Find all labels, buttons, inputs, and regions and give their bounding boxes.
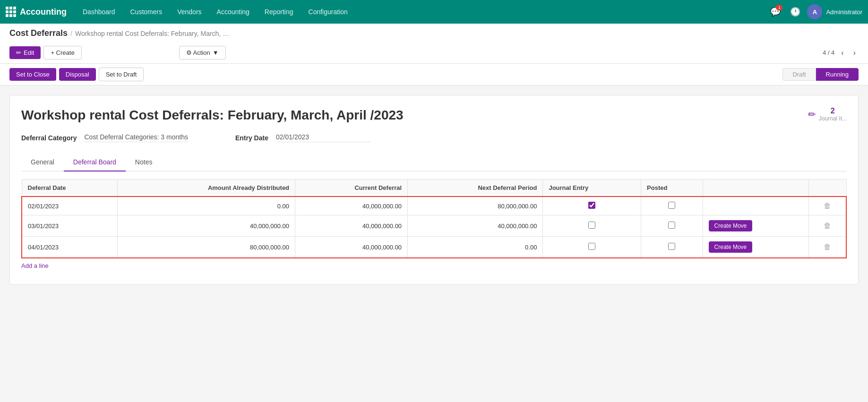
cell-posted-2[interactable]	[641, 215, 703, 237]
deferral-category-value[interactable]: Cost Deferral Categories: 3 months	[85, 133, 188, 142]
cell-next-1: 80,000,000.00	[408, 197, 543, 215]
user-name[interactable]: Administrator	[826, 9, 862, 16]
posted-checkbox-3[interactable]	[668, 243, 675, 250]
table-row: 03/01/2023 40,000,000.00 40,000,000.00 4…	[22, 215, 846, 237]
journal-badge[interactable]: ✏ 2 Journal It...	[808, 107, 847, 122]
tab-general[interactable]: General	[21, 154, 64, 171]
cell-create-move-3[interactable]: Create Move	[703, 237, 809, 258]
create-button[interactable]: + Create	[43, 46, 81, 60]
action-label: ⚙ Action	[186, 49, 210, 56]
pager-prev[interactable]: ‹	[838, 48, 846, 58]
content-area: ✏ 2 Journal It... Workshop rental Cost D…	[0, 86, 868, 294]
col-deferral-date: Deferral Date	[22, 180, 117, 197]
grid-icon	[6, 7, 16, 17]
clock-button[interactable]: 🕐	[787, 4, 803, 20]
cell-current-1: 40,000,000.00	[295, 197, 408, 215]
status-bar: Set to Close Disposal Set to Draft Draft…	[0, 64, 868, 86]
tabs: General Deferral Board Notes	[21, 154, 847, 171]
cell-amount-3: 80,000,000.00	[117, 237, 295, 258]
cell-journal-2[interactable]	[543, 215, 641, 237]
nav-dashboard[interactable]: Dashboard	[76, 0, 122, 24]
cell-create-move-2[interactable]: Create Move	[703, 215, 809, 237]
set-to-close-button[interactable]: Set to Close	[9, 68, 56, 81]
cell-journal-3[interactable]	[543, 237, 641, 258]
pager: 4 / 4 ‹ ›	[823, 48, 859, 58]
deferral-category-group: Deferral Category Cost Deferral Categori…	[21, 133, 188, 142]
cell-current-2: 40,000,000.00	[295, 215, 408, 237]
user-avatar[interactable]: A	[807, 4, 822, 19]
cell-posted-3[interactable]	[641, 237, 703, 258]
col-next-period: Next Deferral Period	[408, 180, 543, 197]
cell-amount-1: 0.00	[117, 197, 295, 215]
edit-label: Edit	[24, 49, 34, 56]
col-delete	[809, 180, 846, 197]
disposal-label: Disposal	[66, 71, 89, 78]
top-navigation: Accounting Dashboard Customers Vendors A…	[0, 0, 868, 24]
delete-icon-3[interactable]: 🗑	[824, 243, 831, 251]
cell-date-2: 03/01/2023	[22, 215, 117, 237]
delete-icon-2[interactable]: 🗑	[824, 222, 831, 230]
journal-label: Journal It...	[819, 115, 847, 122]
breadcrumb: Cost Deferrals / Workshop rental Cost De…	[9, 28, 859, 38]
tab-deferral-board[interactable]: Deferral Board	[64, 154, 126, 171]
cell-delete-2[interactable]: 🗑	[809, 215, 846, 237]
deferral-category-label: Deferral Category	[21, 134, 77, 142]
page-header: Cost Deferrals / Workshop rental Cost De…	[0, 24, 868, 64]
status-track: Draft Running	[782, 68, 859, 81]
col-journal-entry: Journal Entry	[543, 180, 641, 197]
pager-text: 4 / 4	[823, 49, 834, 56]
cell-delete-3[interactable]: 🗑	[809, 237, 846, 258]
entry-date-value[interactable]: 02/01/2023	[276, 133, 370, 142]
cell-amount-2: 40,000,000.00	[117, 215, 295, 237]
create-move-button-2[interactable]: Create Move	[709, 220, 753, 231]
cell-next-2: 40,000,000.00	[408, 215, 543, 237]
cell-date-3: 04/01/2023	[22, 237, 117, 258]
col-current-deferral: Current Deferral	[295, 180, 408, 197]
breadcrumb-main[interactable]: Cost Deferrals	[9, 28, 68, 38]
entry-date-group: Entry Date 02/01/2023	[235, 133, 370, 142]
nav-right-area: 💬 1 🕐 A Administrator	[767, 4, 862, 20]
col-amount-distributed: Amount Already Distributed	[117, 180, 295, 197]
journal-checkbox-2[interactable]	[588, 222, 595, 229]
table-row: 02/01/2023 0.00 40,000,000.00 80,000,000…	[22, 197, 846, 215]
pager-next[interactable]: ›	[851, 48, 859, 58]
set-to-draft-button[interactable]: Set to Draft	[99, 68, 144, 81]
tab-notes[interactable]: Notes	[126, 154, 162, 171]
nav-vendors[interactable]: Vendors	[171, 0, 208, 24]
app-name: Accounting	[20, 7, 67, 17]
nav-configuration[interactable]: Configuration	[302, 0, 354, 24]
journal-checkbox-3[interactable]	[588, 243, 595, 250]
status-draft: Draft	[782, 68, 816, 81]
app-brand[interactable]: Accounting	[6, 7, 67, 17]
posted-checkbox-1[interactable]	[668, 202, 675, 209]
cell-journal-1[interactable]	[543, 197, 641, 215]
fields-row: Deferral Category Cost Deferral Categori…	[21, 133, 847, 142]
add-line[interactable]: Add a line	[21, 258, 49, 273]
action-button[interactable]: ⚙ Action ▼	[179, 46, 226, 60]
journal-checkbox-1[interactable]	[588, 202, 595, 209]
messages-button[interactable]: 💬 1	[767, 4, 783, 20]
nav-customers[interactable]: Customers	[124, 0, 169, 24]
disposal-button[interactable]: Disposal	[59, 68, 96, 81]
cell-delete-1[interactable]: 🗑	[809, 197, 846, 215]
create-label: + Create	[51, 49, 74, 56]
col-posted: Posted	[641, 180, 703, 197]
deferral-table: Deferral Date Amount Already Distributed…	[21, 179, 847, 258]
action-dropdown-icon: ▼	[213, 49, 219, 56]
set-to-draft-label: Set to Draft	[106, 71, 137, 78]
col-actions	[703, 180, 809, 197]
nav-reporting[interactable]: Reporting	[258, 0, 300, 24]
journal-count: 2	[819, 107, 847, 115]
cell-create-move-1	[703, 197, 809, 215]
breadcrumb-separator: /	[70, 30, 72, 37]
nav-accounting[interactable]: Accounting	[210, 0, 256, 24]
status-running: Running	[816, 68, 859, 81]
posted-checkbox-2[interactable]	[668, 222, 675, 229]
breadcrumb-sub: Workshop rental Cost Deferrals: February…	[75, 30, 229, 37]
cell-next-3: 0.00	[408, 237, 543, 258]
cell-posted-1[interactable]	[641, 197, 703, 215]
delete-icon-1[interactable]: 🗑	[824, 202, 831, 210]
edit-button[interactable]: ✏ Edit	[9, 46, 41, 59]
record-title: Workshop rental Cost Deferrals: February…	[21, 107, 847, 124]
create-move-button-3[interactable]: Create Move	[709, 241, 753, 253]
